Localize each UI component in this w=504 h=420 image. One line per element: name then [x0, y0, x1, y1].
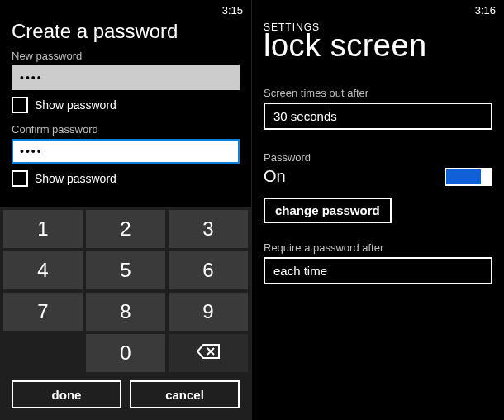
numeric-keypad: 1 2 3 4 5 6 7 8 9 0 done cancel [0, 207, 251, 420]
show-password-2-row[interactable]: Show password [12, 170, 240, 187]
key-5[interactable]: 5 [86, 251, 165, 289]
key-0[interactable]: 0 [86, 334, 165, 372]
key-3[interactable]: 3 [169, 210, 248, 248]
confirm-password-label: Confirm password [12, 123, 240, 136]
key-6[interactable]: 6 [169, 251, 248, 289]
key-1[interactable]: 1 [3, 210, 83, 248]
timeout-select[interactable]: 30 seconds [264, 103, 492, 130]
new-password-input[interactable] [12, 65, 240, 90]
key-9[interactable]: 9 [169, 293, 248, 331]
create-password-screen: 3:15 Create a password New password Show… [0, 0, 252, 420]
key-8[interactable]: 8 [86, 293, 165, 331]
password-toggle-row: On [264, 167, 492, 186]
checkbox-icon[interactable] [12, 170, 28, 187]
toggle-fill [446, 169, 481, 184]
password-toggle-state: On [264, 167, 286, 186]
password-toggle-label: Password [264, 151, 492, 164]
key-blank [3, 334, 83, 372]
clock: 3:16 [475, 4, 496, 17]
key-4[interactable]: 4 [3, 251, 83, 289]
new-password-label: New password [12, 50, 240, 62]
show-password-1-row[interactable]: Show password [12, 97, 240, 113]
status-bar: 3:15 [0, 0, 251, 18]
require-password-label: Require a password after [264, 241, 492, 254]
done-button[interactable]: done [12, 380, 121, 408]
key-2[interactable]: 2 [86, 210, 165, 248]
page-title: lock screen [264, 28, 492, 64]
show-password-1-label: Show password [35, 98, 116, 112]
confirm-password-input[interactable] [12, 139, 240, 164]
checkbox-icon[interactable] [12, 97, 28, 113]
lock-screen-settings: 3:16 SETTINGS lock screen Screen times o… [252, 0, 504, 420]
show-password-2-label: Show password [35, 172, 116, 185]
content-area: SETTINGS lock screen Screen times out af… [252, 21, 504, 284]
key-7[interactable]: 7 [3, 293, 83, 331]
content-area: Create a password New password Show pass… [0, 20, 251, 187]
key-backspace[interactable] [169, 334, 248, 372]
toggle-knob [481, 169, 491, 185]
cancel-button[interactable]: cancel [130, 380, 240, 408]
page-title: Create a password [12, 20, 240, 43]
require-password-select[interactable]: each time [264, 257, 492, 284]
clock: 3:15 [222, 4, 243, 17]
backspace-icon [196, 341, 221, 365]
change-password-button[interactable]: change password [264, 198, 392, 223]
password-toggle[interactable] [445, 168, 492, 186]
status-bar: 3:16 [252, 0, 504, 18]
timeout-label: Screen times out after [264, 87, 492, 99]
